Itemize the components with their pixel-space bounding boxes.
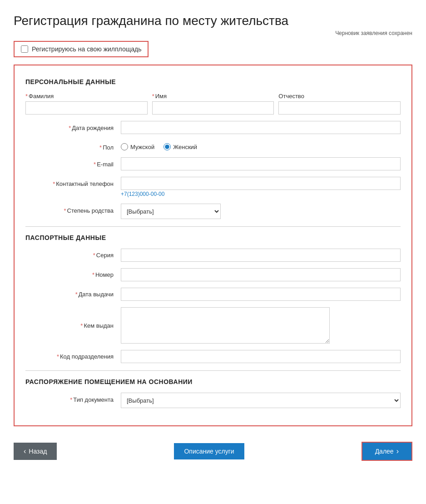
personal-section-header: ПЕРСОНАЛЬНЫЕ ДАННЫЕ [25, 78, 401, 85]
gender-female-radio[interactable] [163, 143, 171, 150]
own-property-label[interactable]: Регистрируюсь на свою жилплощадь [32, 45, 141, 53]
own-property-checkbox-container: Регистрируюсь на свою жилплощадь [14, 41, 149, 57]
divider-document [25, 370, 401, 371]
divider-passport [25, 226, 401, 227]
page-title: Регистрация гражданина по месту жительст… [14, 14, 412, 28]
back-arrow-icon [24, 447, 26, 455]
gender-male-option[interactable]: Мужской [121, 143, 154, 150]
next-arrow-icon [396, 447, 399, 455]
last-name-col: *Фамилия [25, 93, 148, 115]
series-label: *Серия [25, 252, 121, 259]
draft-status: Черновик заявления сохранен [14, 30, 412, 36]
kinship-field-wrapper: [Выбрать] [121, 204, 401, 219]
service-info-button[interactable]: Описание услуги [174, 443, 244, 459]
email-row: *E-mail [25, 157, 401, 170]
phone-field-wrapper: +7(123)000-00-00 [121, 177, 401, 197]
issued-by-label: *Кем выдан [25, 322, 121, 329]
kinship-label: *Степень родства [25, 204, 121, 214]
gender-row: *Пол Мужской Женский [25, 140, 401, 151]
issue-date-label: *Дата выдачи [25, 291, 121, 298]
own-property-checkbox[interactable] [21, 45, 28, 53]
email-input[interactable] [121, 157, 401, 170]
doc-type-row: *Тип документа [Выбрать] [25, 393, 401, 408]
passport-number-input[interactable] [121, 268, 401, 281]
first-name-label: *Имя [152, 93, 274, 100]
gender-female-option[interactable]: Женский [163, 143, 197, 150]
email-label: *E-mail [25, 157, 121, 168]
doc-type-field-wrapper: [Выбрать] [121, 393, 401, 408]
gender-male-radio[interactable] [121, 143, 128, 150]
kinship-select-wrapper: [Выбрать] [121, 204, 221, 219]
middle-name-label: Отчество [278, 93, 401, 100]
birth-date-input[interactable] [121, 121, 401, 134]
phone-input[interactable] [121, 177, 401, 190]
kinship-select[interactable]: [Выбрать] [121, 204, 221, 219]
issued-by-textarea[interactable] [121, 307, 330, 344]
document-section-header: РАСПОРЯЖЕНИЕ ПОМЕЩЕНИЕМ НА ОСНОВАНИИ [25, 378, 401, 385]
subdivision-label: *Код подразделения [25, 353, 121, 360]
email-field-wrapper [121, 157, 401, 170]
number-label: *Номер [25, 271, 121, 278]
subdivision-row: *Код подразделения [25, 350, 401, 363]
main-form: ПЕРСОНАЛЬНЫЕ ДАННЫЕ *Фамилия *Имя Отчест… [14, 65, 412, 426]
issue-date-row: *Дата выдачи [25, 288, 401, 301]
gender-label: *Пол [25, 140, 121, 151]
last-name-input[interactable] [25, 101, 148, 115]
issue-date-input[interactable] [121, 288, 401, 301]
gender-radio-group: Мужской Женский [121, 140, 401, 150]
phone-label: *Контактный телефон [25, 177, 121, 187]
passport-section-header: ПАСПОРТНЫЕ ДАННЫЕ [25, 234, 401, 241]
back-button[interactable]: Назад [14, 443, 57, 460]
doc-type-select[interactable]: [Выбрать] [121, 393, 401, 408]
footer-bar: Назад Описание услуги Далее [14, 437, 412, 465]
series-input[interactable] [121, 249, 401, 262]
first-name-col: *Имя [152, 93, 274, 115]
birth-date-label: *Дата рождения [25, 121, 121, 131]
kinship-row: *Степень родства [Выбрать] [25, 204, 401, 219]
birth-date-row: *Дата рождения [25, 121, 401, 134]
first-name-input[interactable] [152, 101, 274, 115]
middle-name-col: Отчество [278, 93, 401, 115]
birth-date-field [121, 121, 401, 134]
middle-name-input[interactable] [278, 101, 401, 115]
phone-hint: +7(123)000-00-00 [121, 191, 401, 197]
last-name-label: *Фамилия [25, 93, 148, 100]
doc-type-label: *Тип документа [25, 393, 121, 403]
phone-row: *Контактный телефон +7(123)000-00-00 [25, 177, 401, 197]
issued-by-row: *Кем выдан [25, 307, 401, 344]
name-row: *Фамилия *Имя Отчество [25, 93, 401, 115]
number-row: *Номер [25, 268, 401, 281]
gender-field: Мужской Женский [121, 140, 401, 150]
subdivision-input[interactable] [121, 350, 401, 363]
series-row: *Серия [25, 249, 401, 262]
next-button[interactable]: Далее [362, 442, 412, 461]
